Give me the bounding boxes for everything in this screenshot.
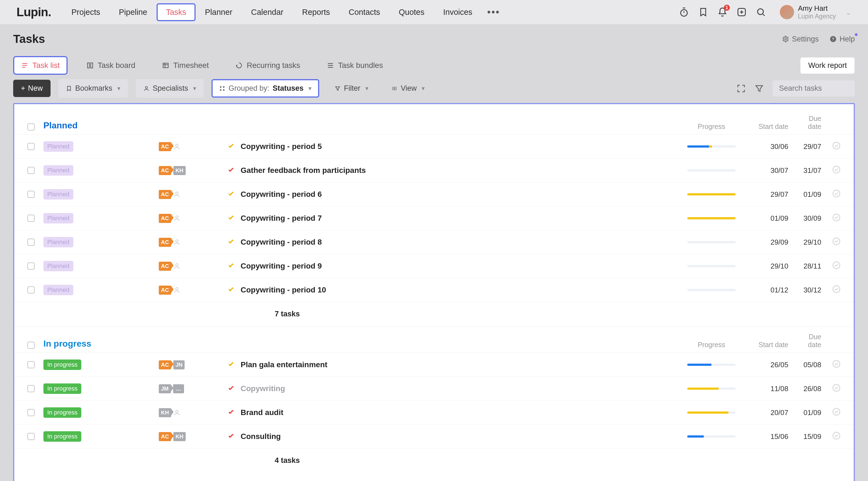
row-checkbox[interactable] — [28, 361, 35, 368]
task-row[interactable]: PlannedACCopywriting - period 530/0629/0… — [14, 135, 854, 159]
assignee-tag[interactable]: AC — [159, 238, 171, 247]
complete-toggle[interactable] — [821, 408, 840, 418]
bell-icon[interactable]: 1 — [717, 6, 728, 18]
nav-tasks[interactable]: Tasks — [157, 3, 195, 21]
assignee-tag[interactable]: AC — [159, 166, 171, 175]
nav-projects[interactable]: Projects — [62, 3, 110, 21]
assignee-tag[interactable]: AC — [159, 360, 171, 369]
row-checkbox[interactable] — [28, 143, 35, 150]
complete-toggle[interactable] — [821, 142, 840, 152]
row-checkbox[interactable] — [28, 167, 35, 174]
assignee-tag[interactable]: AC — [159, 190, 171, 199]
row-checkbox[interactable] — [28, 263, 35, 270]
grouped-by-chip[interactable]: Grouped by: Statuses ▾ — [212, 79, 319, 97]
search-icon[interactable] — [755, 6, 767, 18]
subtab-recurring-tasks[interactable]: Recurring tasks — [227, 56, 308, 75]
assignee-tag[interactable]: KH — [173, 166, 186, 175]
group-checkbox[interactable] — [28, 342, 35, 349]
add-icon[interactable] — [736, 6, 747, 18]
chevron-down-icon: ⌄ — [845, 8, 851, 17]
user-menu[interactable]: Amy Hart Lupin Agency ⌄ — [780, 4, 851, 20]
complete-toggle[interactable] — [821, 431, 840, 442]
progress-bar — [687, 289, 736, 291]
settings-link[interactable]: Settings — [782, 35, 819, 43]
complete-toggle[interactable] — [821, 285, 840, 295]
group-checkbox[interactable] — [28, 123, 35, 130]
task-row[interactable]: In progressACJNPlan gala entertainment26… — [14, 353, 854, 377]
assignee-tag[interactable]: JN — [173, 360, 185, 369]
assignee-tag[interactable]: AC — [159, 214, 171, 223]
complete-toggle[interactable] — [821, 213, 840, 223]
task-row[interactable]: PlannedACCopywriting - period 629/0701/0… — [14, 182, 854, 206]
progress-bar — [687, 435, 736, 438]
subtab-task-bundles[interactable]: Task bundles — [319, 56, 391, 75]
row-checkbox[interactable] — [28, 215, 35, 222]
filter-icon[interactable] — [754, 84, 764, 93]
group-name[interactable]: In progress — [43, 339, 670, 349]
subtab-timesheet[interactable]: Timesheet — [154, 56, 217, 75]
start-date: 29/10 — [753, 262, 788, 270]
task-row[interactable]: In progressKHBrand audit20/0701/09 — [14, 401, 854, 425]
nav-more[interactable]: ••• — [482, 6, 506, 18]
row-checkbox[interactable] — [28, 191, 35, 198]
group-count: 7 tasks — [14, 302, 854, 327]
group-name[interactable]: Planned — [43, 120, 670, 130]
help-link[interactable]: ? Help — [830, 35, 855, 43]
toolbar: +New Bookmarks▾ Specialists▾ Grouped by:… — [13, 75, 855, 103]
svg-point-22 — [833, 238, 840, 245]
bookmarks-chip[interactable]: Bookmarks▾ — [58, 79, 128, 97]
bookmark-icon[interactable] — [698, 6, 709, 18]
search-input[interactable] — [772, 80, 855, 96]
task-row[interactable]: PlannedACCopywriting - period 1001/1230/… — [14, 278, 854, 302]
view-chip[interactable]: View▾ — [384, 79, 432, 97]
complete-toggle[interactable] — [821, 166, 840, 176]
page-title: Tasks — [13, 32, 782, 46]
row-checkbox[interactable] — [28, 239, 35, 246]
task-row[interactable]: PlannedACCopywriting - period 929/1028/1… — [14, 254, 854, 278]
task-row[interactable]: PlannedACKHGather feedback from particip… — [14, 159, 854, 182]
complete-toggle[interactable] — [821, 384, 840, 394]
task-row[interactable]: In progressJM…Copywriting11/0826/08 — [14, 377, 854, 401]
assignee-tag[interactable]: JM — [159, 384, 171, 393]
row-checkbox[interactable] — [28, 409, 35, 416]
expand-icon[interactable] — [736, 84, 746, 93]
assignee-tag[interactable]: AC — [159, 285, 171, 295]
complete-toggle[interactable] — [821, 261, 840, 271]
task-row[interactable]: In progressACKHConsulting15/0615/09 — [14, 425, 854, 449]
nav-invoices[interactable]: Invoices — [434, 3, 482, 21]
svg-point-24 — [833, 262, 840, 269]
assignees: AC — [159, 238, 227, 247]
assignee-tag[interactable]: KH — [159, 408, 171, 417]
task-row[interactable]: PlannedACCopywriting - period 829/0929/1… — [14, 230, 854, 254]
assignee-tag[interactable]: AC — [159, 262, 171, 271]
assignee-tag[interactable]: KH — [173, 432, 186, 441]
complete-toggle[interactable] — [821, 189, 840, 200]
work-report-button[interactable]: Work report — [800, 57, 855, 74]
subtab-task-list[interactable]: Task list — [13, 56, 68, 75]
priority-mark — [227, 408, 241, 417]
assignee-tag[interactable]: AC — [159, 142, 171, 151]
nav-reports[interactable]: Reports — [293, 3, 340, 21]
nav-pipeline[interactable]: Pipeline — [110, 3, 157, 21]
nav-planner[interactable]: Planner — [195, 3, 242, 21]
bookmark-icon — [66, 86, 72, 92]
complete-toggle[interactable] — [821, 237, 840, 247]
row-checkbox[interactable] — [28, 385, 35, 392]
filter-chip[interactable]: Filter▾ — [327, 79, 376, 97]
col-start: Start date — [753, 341, 788, 349]
complete-toggle[interactable] — [821, 360, 840, 370]
timer-icon[interactable] — [678, 6, 690, 18]
assignee-more[interactable]: … — [173, 384, 184, 393]
status-badge: Planned — [43, 213, 73, 223]
row-checkbox[interactable] — [28, 433, 35, 440]
nav-contacts[interactable]: Contacts — [339, 3, 389, 21]
task-row[interactable]: PlannedACCopywriting - period 701/0930/0… — [14, 206, 854, 230]
svg-point-12 — [220, 89, 221, 90]
subtab-task-board[interactable]: Task board — [79, 56, 143, 75]
row-checkbox[interactable] — [28, 287, 35, 294]
nav-quotes[interactable]: Quotes — [390, 3, 434, 21]
nav-calendar[interactable]: Calendar — [242, 3, 293, 21]
new-button[interactable]: +New — [13, 80, 51, 97]
assignee-tag[interactable]: AC — [159, 432, 171, 441]
specialists-chip[interactable]: Specialists▾ — [136, 79, 204, 97]
